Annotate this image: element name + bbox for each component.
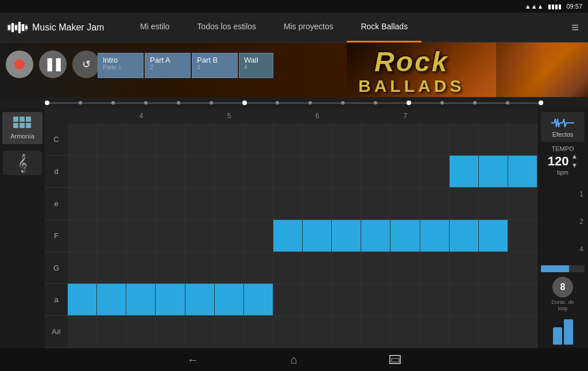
volume-slider[interactable]: [541, 265, 585, 272]
grid-cell[interactable]: [185, 188, 215, 219]
grid-cell[interactable]: [450, 316, 479, 347]
grid-cell[interactable]: [68, 316, 97, 347]
grid-cell[interactable]: [303, 123, 332, 155]
grid-cell[interactable]: [361, 316, 390, 347]
grid-cell[interactable]: [303, 284, 332, 315]
grid-cell[interactable]: [97, 156, 126, 187]
grid-cell[interactable]: [450, 220, 479, 252]
grid-cell[interactable]: [361, 220, 390, 252]
grid-cell[interactable]: [361, 284, 390, 315]
grid-cell[interactable]: [215, 284, 244, 315]
grid-cell[interactable]: [479, 188, 508, 219]
grid-cell[interactable]: [97, 123, 126, 155]
grid-cell[interactable]: [420, 284, 450, 315]
grid-cell[interactable]: [215, 188, 244, 219]
tab-mi-estilo[interactable]: Mi estilo: [126, 13, 183, 42]
grid-cell[interactable]: [390, 188, 420, 219]
section-intro[interactable]: Intro Parte 1: [98, 53, 144, 78]
grid-cell[interactable]: [215, 156, 244, 187]
grid-cell[interactable]: [508, 316, 537, 347]
grid-cell[interactable]: [420, 188, 450, 219]
grid-cell[interactable]: [450, 284, 479, 315]
grid-cell[interactable]: [273, 123, 303, 155]
grid-cell[interactable]: [450, 123, 479, 155]
armonia-button[interactable]: Armonía: [2, 112, 42, 144]
section-part-b[interactable]: Part B 3: [192, 53, 238, 78]
back-button[interactable]: ←: [187, 353, 199, 366]
loop-duration-button[interactable]: 8: [552, 277, 573, 297]
grid-cell[interactable]: [508, 284, 537, 315]
grid-cell[interactable]: [508, 252, 537, 284]
grid-cell[interactable]: [390, 284, 420, 315]
grid-cell[interactable]: [332, 284, 361, 315]
grid-cell[interactable]: [97, 284, 126, 315]
grid-cell[interactable]: [390, 252, 420, 284]
tempo-arrows[interactable]: ▲ ▼: [571, 152, 578, 170]
grid-cell[interactable]: [508, 188, 537, 219]
grid-cell[interactable]: [450, 188, 479, 219]
grid-cell[interactable]: [68, 220, 97, 252]
grid-cell[interactable]: [97, 188, 126, 219]
grid-cell[interactable]: [303, 252, 332, 284]
grid-cell[interactable]: [97, 316, 126, 347]
grid-cell[interactable]: [156, 252, 185, 284]
grid-cell[interactable]: [332, 188, 361, 219]
loop-button[interactable]: ↺: [72, 51, 100, 78]
grid-cell[interactable]: [244, 252, 273, 284]
grid-cell[interactable]: [303, 316, 332, 347]
effects-button[interactable]: Efectos: [541, 112, 585, 142]
grid-cell[interactable]: [273, 220, 303, 252]
grid-cell[interactable]: [361, 252, 390, 284]
grid-cell[interactable]: [244, 284, 273, 315]
grid-cell[interactable]: [185, 252, 215, 284]
grid-cell[interactable]: [420, 220, 450, 252]
tab-todos-estilos[interactable]: Todos los estilos: [183, 13, 270, 42]
grid-cell[interactable]: [303, 220, 332, 252]
grid-cell[interactable]: [273, 284, 303, 315]
grid-cell[interactable]: [479, 252, 508, 284]
grid-cell[interactable]: [156, 284, 185, 315]
grid-cell[interactable]: [420, 156, 450, 187]
tab-rock-ballads[interactable]: Rock Ballads: [347, 13, 421, 42]
grid-cell[interactable]: [332, 220, 361, 252]
grid-cell[interactable]: [479, 220, 508, 252]
grid-cell[interactable]: [303, 188, 332, 219]
grid-cell[interactable]: [68, 156, 97, 187]
grid-cell[interactable]: [126, 123, 156, 155]
home-button[interactable]: ⌂: [291, 353, 297, 366]
grid-cell[interactable]: [420, 316, 450, 347]
grid-cell[interactable]: [361, 123, 390, 155]
grid-cell[interactable]: [479, 316, 508, 347]
grid-cell[interactable]: [97, 252, 126, 284]
grid-cell[interactable]: [390, 156, 420, 187]
grid-cell[interactable]: [244, 123, 273, 155]
grid-cell[interactable]: [420, 252, 450, 284]
grid-cell[interactable]: [215, 220, 244, 252]
grid-cell[interactable]: [97, 220, 126, 252]
pause-button[interactable]: ❚❚: [39, 51, 67, 78]
grid-cell[interactable]: [390, 123, 420, 155]
grid-cell[interactable]: [156, 156, 185, 187]
grid-cell[interactable]: [479, 156, 508, 187]
grid-cell[interactable]: [508, 220, 537, 252]
timeline-bar[interactable]: [0, 97, 588, 109]
grid-cell[interactable]: [508, 156, 537, 187]
grid-cell[interactable]: [156, 188, 185, 219]
grid-cell[interactable]: [156, 220, 185, 252]
grid-cell[interactable]: [273, 188, 303, 219]
grid-cell[interactable]: [126, 284, 156, 315]
section-wall[interactable]: Wall 4: [239, 53, 273, 78]
grid-cell[interactable]: [68, 123, 97, 155]
grid-cell[interactable]: [450, 252, 479, 284]
grid-cell[interactable]: [244, 188, 273, 219]
grid-cell[interactable]: [244, 156, 273, 187]
grid-cell[interactable]: [126, 252, 156, 284]
record-button[interactable]: [6, 51, 33, 78]
grid-cell[interactable]: [273, 316, 303, 347]
grid-cell[interactable]: [390, 220, 420, 252]
grid-cell[interactable]: [185, 123, 215, 155]
grid-cell[interactable]: [215, 123, 244, 155]
grid-cell[interactable]: [361, 188, 390, 219]
grid-cell[interactable]: [479, 123, 508, 155]
grid-cell[interactable]: [126, 156, 156, 187]
